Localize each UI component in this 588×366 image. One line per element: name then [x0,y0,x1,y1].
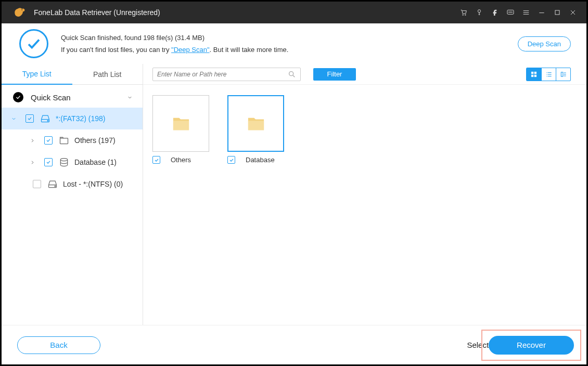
svg-rect-20 [561,72,563,76]
deep-scan-button[interactable]: Deep Scan [518,36,571,51]
svg-point-7 [512,12,512,12]
svg-rect-8 [555,10,559,15]
scan-summary: Quick Scan finished, found 198 file(s) (… [2,23,586,64]
drive-icon [47,179,58,189]
chevron-down-icon [125,93,134,102]
search-icon [288,70,296,79]
thumb-database[interactable]: Database [227,95,288,325]
tab-path-list[interactable]: Path List [72,64,143,85]
menu-icon[interactable] [519,5,533,20]
folder-icon [172,116,190,132]
view-toggle [526,68,571,81]
svg-rect-11 [60,138,68,144]
checkbox[interactable] [44,158,53,166]
tree-item-label: *:(FAT32) (198) [56,114,105,123]
tab-type-list[interactable]: Type List [2,64,72,85]
close-icon[interactable] [566,5,580,20]
drive-icon [40,113,50,124]
thumb-box[interactable] [152,95,209,152]
svg-point-10 [47,120,48,121]
thumb-others[interactable]: Others [152,95,213,325]
titlebar: FoneLab Data Retriever (Unregistered) [2,2,586,23]
checkbox[interactable] [152,156,160,164]
svg-point-3 [478,10,480,12]
tree-item-drive[interactable]: *:(FAT32) (198) [2,108,143,129]
app-window: FoneLab Data Retriever (Unregistered) Qu… [0,0,588,366]
svg-point-5 [509,12,509,12]
facebook-icon[interactable] [488,5,502,20]
svg-point-15 [289,71,293,75]
svg-rect-19 [534,75,536,77]
folder-icon [59,135,69,146]
chevron-right-icon [28,138,37,143]
tree-item-database[interactable]: Database (1) [2,151,143,173]
maximize-icon[interactable] [550,5,565,20]
app-title: FoneLab Data Retriever (Unregistered) [34,8,160,17]
key-icon[interactable] [472,5,487,20]
svg-point-12 [60,159,67,161]
back-button[interactable]: Back [17,336,100,354]
feedback-icon[interactable] [503,5,518,20]
main-panel: Filter Others [143,64,586,325]
chevron-down-icon [9,116,18,122]
search-box[interactable] [152,68,301,81]
folder-icon [247,116,265,132]
scan-hint-text: If you can't find lost files, you can tr… [61,44,288,56]
tree-item-lost[interactable]: Lost - *:(NTFS) (0) [2,173,143,195]
svg-point-0 [21,9,22,10]
content-body: Type List Path List Quick Scan *:(FAT32)… [2,64,586,325]
deep-scan-link[interactable]: "Deep Scan" [171,46,210,54]
thumb-label: Database [246,156,275,164]
chevron-right-icon [28,160,37,165]
tree-item-label: Lost - *:(NTFS) (0) [63,180,123,188]
sidebar: Type List Path List Quick Scan *:(FAT32)… [2,64,143,325]
minimize-icon[interactable] [534,5,549,20]
search-input[interactable] [157,71,288,78]
tree-section-quick-scan[interactable]: Quick Scan [2,87,143,108]
checkmark-circle-icon [13,92,23,102]
app-logo-icon [12,5,27,20]
tree: Quick Scan *:(FAT32) (198) Others (197) [2,85,143,195]
recover-button[interactable]: Recover [489,336,574,355]
svg-rect-16 [531,72,533,74]
view-list-icon[interactable] [541,68,556,81]
scan-status-text: Quick Scan finished, found 198 file(s) (… [61,32,288,44]
footer: Back Selected 198 items/31.4 MB Recover [2,325,586,364]
view-detail-icon[interactable] [556,68,570,81]
checkbox[interactable] [44,136,53,145]
cart-icon[interactable] [456,5,471,20]
checkbox[interactable] [33,180,41,188]
checkbox[interactable] [227,156,235,164]
svg-point-14 [55,186,56,187]
view-grid-icon[interactable] [527,68,541,81]
tree-item-label: Database (1) [74,158,117,166]
thumbnails: Others Database [143,85,586,325]
tree-section-label: Quick Scan [31,93,71,102]
toolbar: Filter [143,64,586,85]
tree-item-label: Others (197) [74,136,116,145]
thumb-label: Others [171,156,191,164]
scan-complete-icon [19,29,48,58]
checkbox[interactable] [25,114,34,123]
thumb-box[interactable] [227,95,284,152]
recover-highlight: Recover [481,330,581,361]
filter-button[interactable]: Filter [313,68,356,81]
svg-point-1 [463,15,464,16]
database-icon [59,157,69,167]
svg-rect-17 [534,72,536,74]
svg-rect-18 [531,75,533,77]
svg-point-2 [465,15,466,16]
tree-item-others[interactable]: Others (197) [2,129,143,151]
svg-point-6 [510,12,510,12]
